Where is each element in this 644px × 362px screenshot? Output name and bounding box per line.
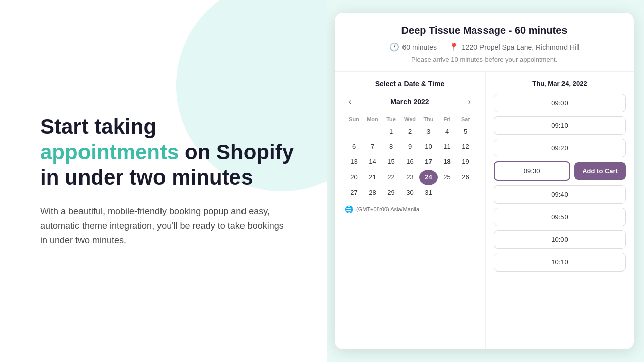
timezone-row: 🌐 (GMT+08:00) Asia/Manila (345, 205, 475, 213)
timeslot-0920[interactable]: 09:20 (494, 139, 626, 157)
week-5: 27 28 29 30 31 (345, 185, 475, 200)
cal-day-14[interactable]: 14 (363, 154, 382, 169)
globe-icon: 🌐 (345, 205, 353, 213)
cal-day-23[interactable]: 23 (400, 170, 419, 185)
cal-day-13[interactable]: 13 (345, 154, 363, 169)
day-header-sun: Sun (345, 114, 363, 124)
cal-day-6[interactable]: 6 (345, 139, 363, 154)
week-1: 1 2 3 4 5 (345, 124, 475, 139)
timeslot-0900[interactable]: 09:00 (494, 94, 626, 112)
right-panel: Deep Tissue Massage - 60 minutes 🕐 60 mi… (327, 0, 644, 362)
cal-day-29[interactable]: 29 (382, 185, 400, 200)
add-to-cart-button[interactable]: Add to Cart (574, 162, 626, 180)
cal-day-20[interactable]: 20 (345, 170, 363, 185)
cal-day-12[interactable]: 12 (456, 139, 475, 154)
timezone-text: (GMT+08:00) Asia/Manila (356, 206, 419, 212)
month-label: March 2022 (390, 98, 429, 106)
notice-text: Please arrive 10 minutes before your app… (349, 56, 620, 63)
calendar-nav: ‹ March 2022 › (345, 95, 475, 108)
cal-day-10[interactable]: 10 (419, 139, 438, 154)
cal-day-17[interactable]: 17 (419, 154, 438, 169)
timeslots-section: Thu, Mar 24, 2022 09:00 09:10 09:20 09:3… (486, 72, 634, 349)
day-header-thu: Thu (419, 114, 438, 124)
cal-day-empty (345, 124, 363, 139)
cal-day-19[interactable]: 19 (456, 154, 475, 169)
location-text: 1220 Propel Spa Lane, Richmond Hill (462, 43, 579, 51)
cal-day-22[interactable]: 22 (382, 170, 400, 185)
cal-day-8[interactable]: 8 (382, 139, 400, 154)
card-meta: 🕐 60 minutes 📍 1220 Propel Spa Lane, Ric… (349, 42, 620, 52)
cal-day-27[interactable]: 27 (345, 185, 363, 200)
booking-card: Deep Tissue Massage - 60 minutes 🕐 60 mi… (335, 13, 634, 349)
week-4: 20 21 22 23 24 25 26 (345, 170, 475, 185)
cal-day-9[interactable]: 9 (400, 139, 419, 154)
day-headers-row: Sun Mon Tue Wed Thu Fri Sat (345, 114, 475, 124)
location-icon: 📍 (449, 42, 459, 52)
left-content: Start taking appointments on Shopify in … (40, 114, 297, 248)
section-title: Select a Date & Time (345, 80, 475, 88)
duration-text: 60 minutes (403, 43, 437, 51)
timeslot-selected-row: 09:30 Add to Cart (494, 161, 626, 181)
card-title: Deep Tissue Massage - 60 minutes (349, 25, 620, 36)
cal-day-empty (363, 124, 382, 139)
timeslot-0950[interactable]: 09:50 (494, 208, 626, 226)
headline-highlight: appointments (40, 140, 179, 164)
day-header-wed: Wed (400, 114, 419, 124)
cal-day-empty (456, 185, 475, 200)
prev-month-button[interactable]: ‹ (345, 95, 355, 108)
timeslot-1010[interactable]: 10:10 (494, 253, 626, 272)
cal-day-empty (438, 185, 456, 200)
day-header-fri: Fri (438, 114, 456, 124)
cal-day-11[interactable]: 11 (438, 139, 456, 154)
clock-icon: 🕐 (389, 42, 399, 52)
cal-day-24[interactable]: 24 (419, 170, 438, 185)
week-2: 6 7 8 9 10 11 12 (345, 139, 475, 154)
timeslot-0930-selected[interactable]: 09:30 (494, 161, 570, 181)
cal-day-1[interactable]: 1 (382, 124, 400, 139)
cal-day-3[interactable]: 3 (419, 124, 438, 139)
week-3: 13 14 15 16 17 18 19 (345, 154, 475, 169)
day-header-tue: Tue (382, 114, 400, 124)
timeslot-0910[interactable]: 09:10 (494, 116, 626, 135)
calendar-grid: Sun Mon Tue Wed Thu Fri Sat 1 2 3 (345, 114, 475, 200)
headline: Start taking appointments on Shopify in … (40, 114, 297, 190)
subtext: With a beautiful, mobile-friendly bookin… (40, 204, 292, 247)
timeslot-0940[interactable]: 09:40 (494, 185, 626, 204)
location-meta: 📍 1220 Propel Spa Lane, Richmond Hill (449, 42, 579, 52)
cal-day-2[interactable]: 2 (400, 124, 419, 139)
selected-date-label: Thu, Mar 24, 2022 (494, 80, 626, 87)
cal-day-28[interactable]: 28 (363, 185, 382, 200)
next-month-button[interactable]: › (464, 95, 475, 108)
timeslot-1000[interactable]: 10:00 (494, 230, 626, 249)
day-header-sat: Sat (456, 114, 475, 124)
cal-day-30[interactable]: 30 (400, 185, 419, 200)
cal-day-16[interactable]: 16 (400, 154, 419, 169)
cal-day-18[interactable]: 18 (438, 154, 456, 169)
calendar-section: Select a Date & Time ‹ March 2022 › Sun … (335, 72, 486, 349)
cal-day-26[interactable]: 26 (456, 170, 475, 185)
cal-day-21[interactable]: 21 (363, 170, 382, 185)
headline-part1: Start taking (40, 115, 156, 138)
day-header-mon: Mon (363, 114, 382, 124)
cal-day-4[interactable]: 4 (438, 124, 456, 139)
card-body: Select a Date & Time ‹ March 2022 › Sun … (335, 72, 634, 349)
card-header: Deep Tissue Massage - 60 minutes 🕐 60 mi… (335, 13, 634, 72)
cal-day-31[interactable]: 31 (419, 185, 438, 200)
left-panel: Start taking appointments on Shopify in … (0, 0, 327, 362)
cal-day-15[interactable]: 15 (382, 154, 400, 169)
cal-day-25[interactable]: 25 (438, 170, 456, 185)
duration-meta: 🕐 60 minutes (389, 42, 437, 52)
cal-day-5[interactable]: 5 (456, 124, 475, 139)
cal-day-7[interactable]: 7 (363, 139, 382, 154)
